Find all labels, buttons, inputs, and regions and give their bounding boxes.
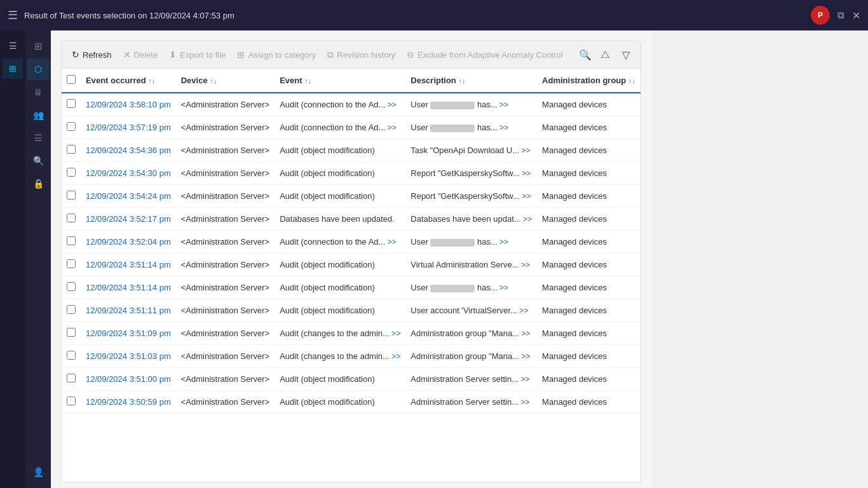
cell-date[interactable]: 12/09/2024 3:54:30 pm xyxy=(81,162,176,185)
desc-more-link[interactable]: >> xyxy=(519,352,530,361)
cell-device: <Administration Server> xyxy=(176,254,275,276)
row-checkbox[interactable] xyxy=(67,214,76,222)
cell-event: Audit (object modification) xyxy=(275,276,405,299)
search-button[interactable]: 🔍 xyxy=(576,45,595,64)
col-device[interactable]: Device ↑↓ xyxy=(176,69,275,93)
cell-date[interactable]: 12/09/2024 3:52:17 pm xyxy=(81,208,176,231)
avatar[interactable]: P xyxy=(811,6,830,25)
event-more-link[interactable]: >> xyxy=(385,100,396,109)
desc-more-link[interactable]: >> xyxy=(520,169,531,178)
cell-date[interactable]: 12/09/2024 3:54:36 pm xyxy=(81,139,176,162)
desc-more-link[interactable]: >> xyxy=(519,398,529,407)
cell-description: Report "GetKasperskySoftw... >> xyxy=(405,162,537,185)
col-description[interactable]: Description ↑↓ xyxy=(405,69,537,93)
nav-icon-users[interactable]: 👥 xyxy=(27,104,49,126)
delete-button[interactable]: ✕ Delete xyxy=(118,46,163,63)
cell-description: Virtual Administration Serve... >> xyxy=(405,254,537,276)
row-checkbox[interactable] xyxy=(67,328,76,337)
window-icon[interactable]: ⧉ xyxy=(837,10,844,21)
desc-more-link[interactable]: >> xyxy=(519,146,530,155)
cell-date[interactable]: 12/09/2024 3:51:03 pm xyxy=(81,345,176,368)
col-event[interactable]: Event ↑↓ xyxy=(275,69,405,93)
event-more-link[interactable]: >> xyxy=(390,352,400,361)
cell-device: <Administration Server> xyxy=(176,391,275,414)
row-checkbox[interactable] xyxy=(67,99,76,108)
desc-more-link[interactable]: >> xyxy=(519,375,529,384)
sidebar-icon-grid[interactable]: ⊞ xyxy=(3,58,23,79)
assign-icon: ⊞ xyxy=(237,50,245,60)
assign-button[interactable]: ⊞ Assign to category xyxy=(232,46,321,63)
nav-icon-security[interactable]: 🔒 xyxy=(27,173,49,194)
table-row: 12/09/2024 3:51:00 pm<Administration Ser… xyxy=(62,368,641,391)
cell-date[interactable]: 12/09/2024 3:52:04 pm xyxy=(81,231,176,254)
desc-more-link[interactable]: >> xyxy=(498,100,508,109)
sidebar-icon-menu[interactable]: ☰ xyxy=(3,36,23,56)
cell-description: Administration Server settin... >> xyxy=(405,391,537,414)
nav-icon-devices[interactable]: 🖥 xyxy=(27,81,49,103)
cell-device: <Administration Server> xyxy=(176,139,275,162)
row-checkbox[interactable] xyxy=(67,145,76,154)
cell-date[interactable]: 12/09/2024 3:50:59 pm xyxy=(81,391,176,414)
desc-more-link[interactable]: >> xyxy=(498,123,508,132)
table-row: 12/09/2024 3:52:17 pm<Administration Ser… xyxy=(62,208,641,231)
cell-admin-group: Managed devices xyxy=(537,231,641,254)
cell-admin-group: Managed devices xyxy=(537,162,641,185)
col-event-occurred[interactable]: Event occurred ↑↓ xyxy=(81,69,176,93)
cell-date[interactable]: 12/09/2024 3:51:14 pm xyxy=(81,276,176,299)
cell-device: <Administration Server> xyxy=(176,93,275,116)
table-row: 12/09/2024 3:52:04 pm<Administration Ser… xyxy=(62,231,641,254)
row-checkbox[interactable] xyxy=(67,282,76,291)
desc-more-link[interactable]: >> xyxy=(519,261,530,269)
row-checkbox[interactable] xyxy=(67,122,76,131)
desc-more-link[interactable]: >> xyxy=(517,306,528,315)
col-admin-group[interactable]: Administration group ↑↓ xyxy=(537,69,641,93)
desc-more-link[interactable]: >> xyxy=(519,329,530,338)
desc-more-link[interactable]: >> xyxy=(498,283,508,292)
nav-icon-dashboard[interactable]: ⊞ xyxy=(27,36,49,57)
event-more-link[interactable]: >> xyxy=(385,238,396,247)
desc-more-link[interactable]: >> xyxy=(521,215,532,224)
export-icon: ⬇ xyxy=(169,50,177,60)
cell-admin-group: Managed devices xyxy=(537,139,641,162)
filter-button[interactable]: ▽ xyxy=(616,45,635,64)
cell-date[interactable]: 12/09/2024 3:58:10 pm xyxy=(81,93,176,116)
blurred-user-text xyxy=(430,102,475,109)
row-checkbox[interactable] xyxy=(67,236,76,245)
row-checkbox[interactable] xyxy=(67,396,76,405)
cell-event: Audit (connection to the Ad... >> xyxy=(275,116,405,139)
row-checkbox[interactable] xyxy=(67,305,76,314)
row-checkbox[interactable] xyxy=(67,351,76,360)
row-checkbox[interactable] xyxy=(67,374,76,383)
blurred-user-text xyxy=(430,125,475,132)
export-button[interactable]: ⬇ Export to file xyxy=(164,46,231,63)
nav-icon-account[interactable]: 👤 xyxy=(27,461,49,483)
select-all-checkbox[interactable] xyxy=(67,75,76,84)
close-icon[interactable]: ✕ xyxy=(852,10,860,22)
nav-icon-network[interactable]: ⬡ xyxy=(27,58,49,80)
menu-icon[interactable]: ☰ xyxy=(8,8,18,22)
exclude-button[interactable]: ⊖ Exclude from Adaptive Anomaly Control xyxy=(402,46,567,63)
row-checkbox[interactable] xyxy=(67,168,76,177)
row-checkbox[interactable] xyxy=(67,191,76,200)
cell-date[interactable]: 12/09/2024 3:51:00 pm xyxy=(81,368,176,391)
nav-icon-tasks[interactable]: ☰ xyxy=(27,127,49,149)
cell-date[interactable]: 12/09/2024 3:54:24 pm xyxy=(81,185,176,208)
event-more-link[interactable]: >> xyxy=(390,329,400,338)
cell-date[interactable]: 12/09/2024 3:57:19 pm xyxy=(81,116,176,139)
revision-button[interactable]: ⧉ Revision history xyxy=(322,46,400,64)
desc-more-link[interactable]: >> xyxy=(498,238,508,247)
main-content: ↻ Refresh ✕ Delete ⬇ Export to file ⊞ As… xyxy=(51,30,651,488)
select-all-header xyxy=(62,69,81,93)
cell-description: User account 'VirtualServer... >> xyxy=(405,299,537,322)
cell-description: User has... >> xyxy=(405,93,537,116)
nav-icon-search[interactable]: 🔍 xyxy=(27,150,49,172)
cell-date[interactable]: 12/09/2024 3:51:14 pm xyxy=(81,254,176,276)
cell-date[interactable]: 12/09/2024 3:51:11 pm xyxy=(81,299,176,322)
refresh-button[interactable]: ↻ Refresh xyxy=(67,46,117,63)
cell-date[interactable]: 12/09/2024 3:51:09 pm xyxy=(81,322,176,345)
filter-options-button[interactable]: ⧍ xyxy=(596,45,615,64)
desc-more-link[interactable]: >> xyxy=(520,192,531,201)
row-checkbox[interactable] xyxy=(67,259,76,268)
cell-event: Audit (object modification) xyxy=(275,299,405,322)
event-more-link[interactable]: >> xyxy=(385,123,396,132)
